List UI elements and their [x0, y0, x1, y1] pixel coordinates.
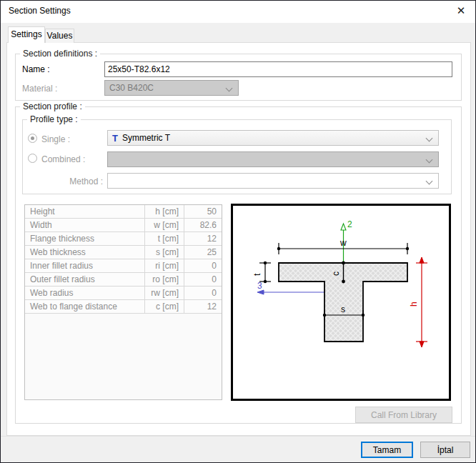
- name-value: 25x50-T82.6x12: [108, 64, 170, 74]
- dim-c-label: c: [331, 272, 341, 276]
- symmetric-t-icon: T: [112, 133, 118, 144]
- cancel-button[interactable]: İptal: [420, 442, 470, 458]
- property-value[interactable]: 12: [184, 232, 222, 245]
- table-row[interactable]: Web to flange distance c [cm] 12: [25, 300, 222, 314]
- combined-radio[interactable]: [28, 154, 37, 163]
- property-value[interactable]: 12: [184, 300, 222, 313]
- property-symbol: rw [cm]: [145, 287, 184, 299]
- dim-s-label: s: [341, 304, 345, 314]
- name-input[interactable]: 25x50-T82.6x12: [104, 61, 452, 77]
- section-definitions-legend: Section definitions :: [20, 49, 100, 59]
- dialog-title: Section Settings: [9, 6, 71, 16]
- property-value[interactable]: 25: [184, 246, 222, 259]
- call-from-library-button: Call From Library: [355, 407, 452, 423]
- property-symbol: ri [cm]: [145, 259, 184, 272]
- section-diagram: 3 2 w t: [231, 204, 451, 401]
- property-symbol: s [cm]: [145, 246, 184, 259]
- property-value[interactable]: 82.6: [184, 219, 222, 231]
- property-symbol: c [cm]: [145, 300, 184, 313]
- chevron-down-icon: [226, 85, 233, 92]
- property-name: Width: [25, 219, 145, 231]
- axis-2-label: 2: [347, 219, 352, 229]
- property-symbol: ro [cm]: [145, 273, 184, 286]
- combined-profile-select: [107, 151, 439, 167]
- property-value[interactable]: 0: [184, 273, 222, 286]
- title-bar: Section Settings ✕: [1, 1, 475, 23]
- property-name: Flange thickness: [25, 232, 145, 245]
- properties-table-body: Height h [cm] 50 Width w [cm] 82.6 Flang…: [25, 205, 222, 314]
- method-label: Method :: [42, 176, 103, 186]
- single-profile-select[interactable]: T Symmetric T: [107, 130, 439, 146]
- material-select: C30 B420C: [104, 80, 239, 96]
- name-label: Name :: [22, 64, 50, 74]
- table-row[interactable]: Inner fillet radius ri [cm] 0: [25, 259, 222, 273]
- material-label: Material :: [22, 84, 57, 94]
- dim-w-label: w: [339, 238, 347, 248]
- property-value[interactable]: 0: [184, 287, 222, 299]
- property-name: Outer fillet radius: [25, 273, 145, 286]
- axis-3-label: 3: [257, 281, 262, 291]
- property-name: Web radius: [25, 287, 145, 299]
- property-name: Web to flange distance: [25, 300, 145, 313]
- dim-h-label: h: [409, 302, 419, 307]
- chevron-down-icon: [426, 178, 433, 185]
- ok-button[interactable]: Tamam: [361, 442, 413, 458]
- chevron-down-icon: [426, 135, 433, 142]
- property-name: Inner fillet radius: [25, 259, 145, 272]
- properties-table[interactable]: Height h [cm] 50 Width w [cm] 82.6 Flang…: [24, 204, 222, 400]
- single-profile-value: Symmetric T: [122, 133, 170, 143]
- table-row[interactable]: Height h [cm] 50: [25, 205, 222, 219]
- property-symbol: t [cm]: [145, 232, 184, 245]
- single-label: Single :: [41, 134, 70, 144]
- table-row[interactable]: Outer fillet radius ro [cm] 0: [25, 273, 222, 287]
- table-row[interactable]: Web thickness s [cm] 25: [25, 246, 222, 259]
- t-section-drawing: 3 2 w t: [233, 206, 449, 399]
- dim-t-label: t: [252, 273, 262, 276]
- combined-label: Combined :: [41, 154, 85, 164]
- table-row[interactable]: Flange thickness t [cm] 12: [25, 232, 222, 246]
- property-name: Web thickness: [25, 246, 145, 259]
- property-value[interactable]: 50: [184, 205, 222, 218]
- tab-values[interactable]: Values: [45, 29, 74, 43]
- profile-type-legend: Profile type :: [27, 114, 81, 124]
- chevron-down-icon: [426, 156, 433, 164]
- section-profile-legend: Section profile :: [20, 101, 85, 111]
- property-name: Height: [25, 205, 145, 218]
- property-symbol: h [cm]: [145, 205, 184, 218]
- section-settings-dialog: Section Settings ✕ Settings Values Secti…: [0, 0, 476, 463]
- method-select[interactable]: [107, 173, 439, 189]
- single-radio[interactable]: [28, 134, 37, 143]
- material-value: C30 B420C: [109, 83, 154, 93]
- table-row[interactable]: Web radius rw [cm] 0: [25, 287, 222, 300]
- property-symbol: w [cm]: [145, 219, 184, 231]
- tab-settings[interactable]: Settings: [8, 26, 45, 43]
- close-icon[interactable]: ✕: [450, 1, 472, 21]
- dim-t: [259, 263, 271, 282]
- table-row[interactable]: Width w [cm] 82.6: [25, 219, 222, 232]
- property-value[interactable]: 0: [184, 259, 222, 272]
